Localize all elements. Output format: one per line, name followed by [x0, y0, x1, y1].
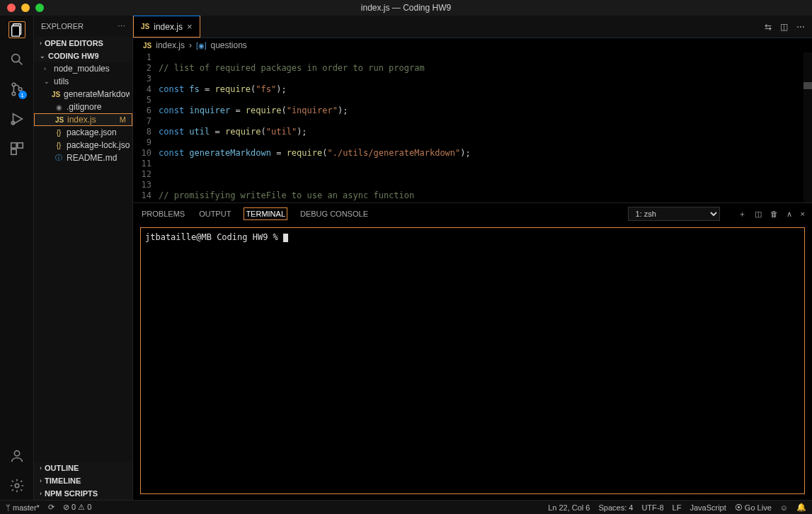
breadcrumb[interactable]: JS index.js › [◉] questions — [133, 38, 812, 52]
tree-folder-utils[interactable]: ⌄ utils — [34, 75, 132, 88]
code-editor[interactable]: 1234567891011121314 // list of required … — [133, 52, 812, 202]
go-live-button[interactable]: ⦿ Go Live — [735, 503, 772, 512]
indentation-status[interactable]: Spaces: 4 — [599, 503, 634, 512]
branch-name: master* — [13, 503, 40, 512]
split-terminal-icon[interactable]: ◫ — [755, 210, 762, 219]
more-actions-icon[interactable]: ⋯ — [796, 22, 805, 32]
file-label: index.js — [67, 115, 117, 125]
chevron-right-icon: › — [40, 477, 42, 484]
js-file-icon: JS — [141, 23, 149, 30]
sync-icon[interactable]: ⟳ — [48, 503, 55, 512]
minimap[interactable] — [804, 52, 812, 202]
array-symbol-icon: [◉] — [196, 42, 207, 50]
language-mode[interactable]: JavaScript — [690, 503, 726, 512]
timeline-label: TIMELINE — [45, 476, 81, 485]
chevron-down-icon: ⌄ — [44, 78, 51, 85]
compare-changes-icon[interactable]: ⇆ — [765, 22, 772, 32]
breadcrumb-symbol: questions — [210, 40, 246, 50]
search-icon[interactable] — [8, 51, 25, 68]
tree-file-generate-markdown[interactable]: JS generateMarkdown.js — [34, 88, 132, 101]
close-tab-icon[interactable]: × — [187, 21, 193, 32]
svg-point-13 — [15, 484, 19, 488]
json-file-icon: {} — [54, 129, 64, 137]
tree-file-package-lock[interactable]: {} package-lock.json — [34, 139, 132, 152]
titlebar: index.js — Coding HW9 — [0, 0, 812, 16]
explorer-more-icon[interactable]: ⋯ — [118, 22, 125, 31]
explorer-icon[interactable] — [8, 21, 25, 38]
timeline-section[interactable]: › TIMELINE — [34, 474, 132, 487]
source-control-icon[interactable]: 1 — [8, 81, 25, 98]
settings-gear-icon[interactable] — [8, 477, 25, 494]
tree-file-readme[interactable]: ⓘ README.md — [34, 152, 132, 164]
code-body[interactable]: // list of required packages in order to… — [159, 52, 812, 202]
line-gutter: 1234567891011121314 — [133, 52, 159, 202]
tab-bar: JS index.js × ⇆ ◫ ⋯ — [133, 16, 812, 38]
window-close-button[interactable] — [7, 4, 16, 12]
terminal-body[interactable]: jtbataille@MB Coding HW9 % — [140, 227, 805, 494]
problems-status[interactable]: ⊘ 0 ⚠ 0 — [63, 503, 91, 512]
status-bar: ᛘ master* ⟳ ⊘ 0 ⚠ 0 Ln 22, Col 6 Spaces:… — [0, 500, 812, 514]
folder-label: utils — [54, 76, 130, 86]
chevron-right-icon: › — [189, 40, 192, 50]
info-file-icon: ⓘ — [54, 153, 64, 163]
folder-label: node_modules — [54, 64, 130, 74]
svg-point-12 — [14, 451, 19, 456]
svg-line-3 — [18, 62, 22, 65]
modified-badge: M — [120, 115, 129, 124]
extensions-icon[interactable] — [8, 140, 25, 157]
breadcrumb-file: index.js — [156, 40, 185, 50]
js-file-icon: JS — [143, 42, 151, 50]
npm-scripts-section[interactable]: › NPM SCRIPTS — [34, 487, 132, 500]
activity-bar: 1 — [0, 16, 34, 500]
chevron-right-icon: › — [40, 40, 42, 47]
tab-index-js[interactable]: JS index.js × — [133, 16, 200, 38]
js-file-icon: JS — [55, 116, 64, 124]
close-panel-icon[interactable]: × — [801, 210, 805, 218]
panel-tab-problems[interactable]: PROBLEMS — [140, 208, 186, 219]
file-label: package-lock.json — [67, 140, 130, 150]
tree-file-index-js[interactable]: JS index.js M — [34, 113, 132, 126]
tree-folder-node-modules[interactable]: › node_modules — [34, 62, 132, 75]
panel-tab-terminal[interactable]: TERMINAL — [244, 207, 287, 220]
minimap-viewport[interactable] — [804, 82, 812, 89]
cursor-position[interactable]: Ln 22, Col 6 — [548, 503, 590, 512]
npm-label: NPM SCRIPTS — [45, 489, 98, 498]
chevron-down-icon: ⌄ — [40, 52, 45, 59]
chevron-right-icon: › — [44, 65, 51, 72]
bottom-panel: PROBLEMS OUTPUT TERMINAL DEBUG CONSOLE 1… — [133, 202, 812, 500]
svg-rect-10 — [17, 143, 22, 148]
explorer-sidebar: EXPLORER ⋯ › OPEN EDITORS ⌄ CODING HW9 ›… — [34, 16, 133, 500]
open-editors-label: OPEN EDITORS — [45, 39, 103, 47]
explorer-title: EXPLORER — [41, 22, 84, 30]
window-title: index.js — Coding HW9 — [361, 3, 451, 13]
run-debug-icon[interactable] — [8, 110, 25, 127]
file-tree: › node_modules ⌄ utils JS generateMarkdo… — [34, 62, 132, 462]
feedback-icon[interactable]: ☺ — [780, 503, 788, 512]
panel-tab-debug[interactable]: DEBUG CONSOLE — [299, 208, 370, 219]
git-branch-status[interactable]: ᛘ master* — [6, 503, 40, 512]
window-maximize-button[interactable] — [35, 4, 44, 12]
file-icon: ◉ — [54, 103, 64, 111]
outline-section[interactable]: › OUTLINE — [34, 462, 132, 474]
encoding-status[interactable]: UTF-8 — [641, 503, 663, 512]
file-label: generateMarkdown.js — [64, 89, 130, 99]
terminal-prompt: jtbataille@MB Coding HW9 % — [145, 232, 283, 242]
eol-status[interactable]: LF — [673, 503, 682, 512]
window-minimize-button[interactable] — [21, 4, 30, 12]
open-editors-section[interactable]: › OPEN EDITORS — [34, 37, 132, 50]
split-editor-icon[interactable]: ◫ — [780, 22, 788, 32]
new-terminal-icon[interactable]: ＋ — [738, 209, 746, 219]
terminal-select[interactable]: 1: zsh — [628, 207, 720, 221]
project-section[interactable]: ⌄ CODING HW9 — [34, 50, 132, 62]
tree-file-package-json[interactable]: {} package.json — [34, 126, 132, 139]
account-icon[interactable] — [8, 447, 25, 464]
tab-label: index.js — [154, 22, 183, 32]
svg-rect-1 — [11, 26, 19, 37]
notifications-icon[interactable]: 🔔 — [796, 503, 806, 512]
tree-file-gitignore[interactable]: ◉ .gitignore — [34, 101, 132, 113]
code-line: // list of required packages in order to… — [159, 63, 425, 73]
maximize-panel-icon[interactable]: ∧ — [787, 210, 792, 219]
panel-tab-output[interactable]: OUTPUT — [198, 208, 232, 219]
svg-point-4 — [12, 83, 16, 86]
kill-terminal-icon[interactable]: 🗑 — [770, 210, 778, 218]
